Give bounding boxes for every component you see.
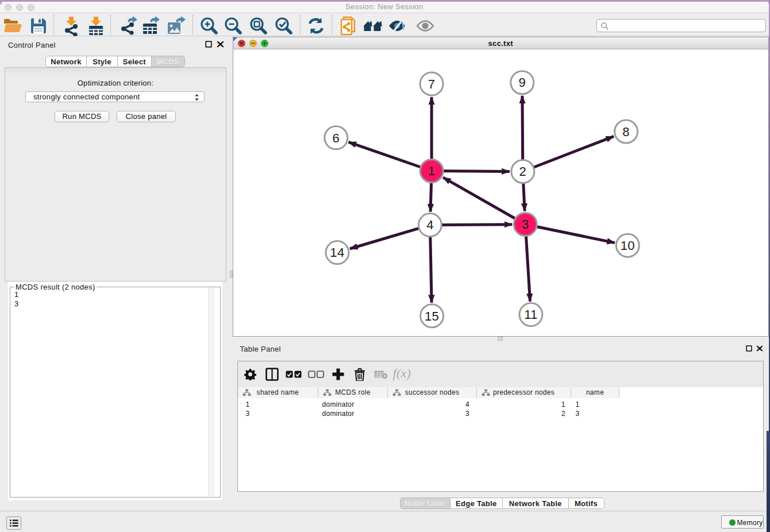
- svg-text:9: 9: [518, 75, 526, 90]
- svg-text:14: 14: [330, 245, 344, 260]
- svg-text:10: 10: [620, 238, 634, 253]
- svg-text:6: 6: [332, 131, 340, 145]
- svg-text:7: 7: [428, 77, 435, 91]
- svg-text:2: 2: [519, 164, 526, 179]
- svg-text:15: 15: [425, 309, 439, 323]
- svg-text:11: 11: [524, 307, 537, 322]
- svg-text:8: 8: [622, 125, 630, 139]
- svg-text:1: 1: [428, 164, 435, 178]
- svg-text:4: 4: [426, 218, 434, 232]
- svg-text:3: 3: [521, 217, 529, 232]
